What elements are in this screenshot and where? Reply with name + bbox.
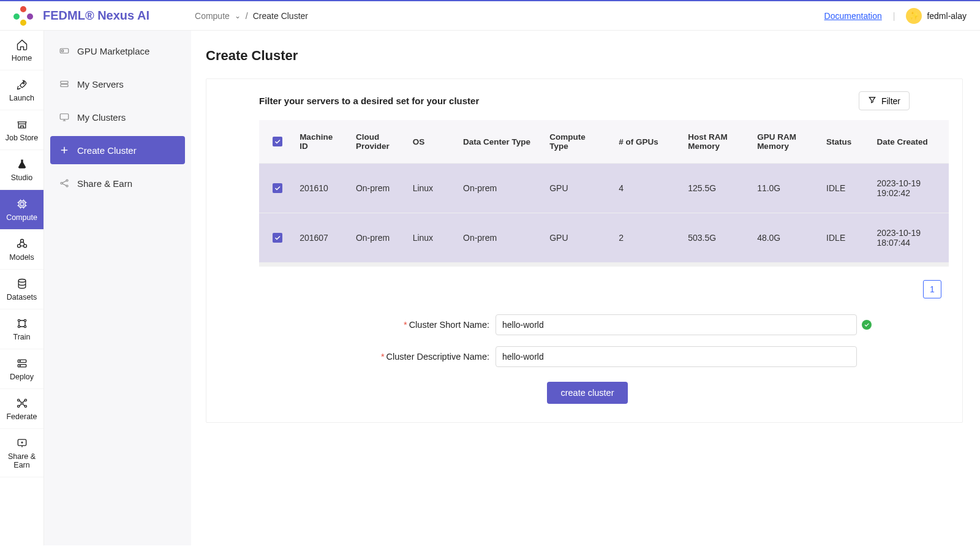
svg-point-10: [24, 325, 26, 327]
cell-cloud-provider: On-prem: [349, 164, 405, 213]
nav-compute[interactable]: Compute: [0, 190, 43, 230]
create-cluster-button[interactable]: create cluster: [547, 382, 627, 404]
card-icon: [59, 45, 70, 56]
database-icon: [15, 277, 29, 290]
header-host-ram: Host RAM Memory: [680, 120, 750, 164]
boxes-icon: [15, 237, 29, 251]
nav-share-earn[interactable]: Share & Earn: [0, 429, 43, 477]
cell-cloud-provider: On-prem: [349, 213, 405, 263]
header-gpus: # of GPUs: [611, 120, 680, 164]
header-bar: FEDML® Nexus AI Compute ⌄ / Create Clust…: [0, 1, 980, 31]
svg-point-8: [24, 319, 26, 321]
label-short-name: *Cluster Short Name:: [318, 320, 489, 330]
store-icon: [15, 118, 29, 131]
brand-logo[interactable]: FEDML® Nexus AI: [13, 6, 149, 26]
svg-point-4: [17, 245, 20, 248]
svg-point-26: [61, 183, 62, 184]
cell-machine-id: 201607: [292, 213, 349, 263]
nav-job-store[interactable]: Job Store: [0, 110, 43, 150]
servers-table: Machine ID Cloud Provider OS Data Center…: [259, 120, 949, 263]
divider-icon: |: [893, 11, 895, 21]
nav-home[interactable]: Home: [0, 31, 43, 70]
documentation-link[interactable]: Documentation: [824, 11, 882, 21]
cell-compute-type: GPU: [542, 213, 611, 263]
svg-point-9: [18, 325, 20, 327]
nav-train[interactable]: Train: [0, 309, 43, 349]
header-status: Status: [819, 120, 869, 164]
breadcrumb-root[interactable]: Compute: [195, 11, 230, 21]
breadcrumb-current: Create Cluster: [253, 11, 308, 21]
svg-rect-25: [60, 114, 69, 119]
subnav-share-earn[interactable]: Share & Earn: [50, 169, 185, 197]
svg-point-18: [17, 405, 19, 407]
network-icon: [15, 396, 29, 410]
page-title: Create Cluster: [206, 48, 963, 64]
server-icon: [59, 78, 70, 89]
share-small-icon: [59, 178, 70, 189]
cell-gpu-ram: 11.0G: [750, 164, 819, 213]
cell-host-ram: 503.5G: [680, 213, 750, 263]
cell-date: 2023-10-19 19:02:42: [869, 164, 949, 213]
cell-gpus: 2: [611, 213, 680, 263]
cell-gpus: 4: [611, 164, 680, 213]
nav-datasets[interactable]: Datasets: [0, 270, 43, 309]
cell-status: IDLE: [819, 213, 869, 263]
cell-status: IDLE: [819, 164, 869, 213]
header-select-all[interactable]: [259, 120, 292, 164]
rocket-icon: [15, 78, 29, 91]
brand-name: FEDML® Nexus AI: [43, 9, 149, 23]
graph-icon: [15, 317, 29, 330]
checkbox-checked-icon: [273, 137, 282, 146]
svg-rect-2: [20, 203, 23, 206]
svg-point-27: [66, 180, 68, 181]
nav-deploy[interactable]: Deploy: [0, 349, 43, 389]
breadcrumb: Compute ⌄ / Create Cluster: [195, 11, 308, 21]
svg-point-6: [18, 279, 26, 282]
cluster-card: Filter your servers to a desired set for…: [206, 78, 963, 423]
svg-rect-1: [19, 201, 25, 207]
cell-host-ram: 125.5G: [680, 164, 750, 213]
svg-point-7: [18, 319, 20, 321]
breadcrumb-sep: /: [246, 11, 248, 21]
table-row[interactable]: 201607 On-prem Linux On-prem GPU 2 503.5…: [259, 213, 949, 263]
secondary-nav: GPU Marketplace My Servers My Clusters C…: [44, 31, 191, 545]
subnav-my-servers[interactable]: My Servers: [50, 70, 185, 98]
cell-gpu-ram: 48.0G: [750, 213, 819, 263]
header-dc-type: Data Center Type: [456, 120, 542, 164]
cell-compute-type: GPU: [542, 164, 611, 213]
header-cloud-provider: Cloud Provider: [349, 120, 405, 164]
nav-models[interactable]: Models: [0, 230, 43, 270]
svg-point-17: [24, 399, 26, 401]
plus-icon: [59, 145, 70, 156]
cell-dc-type: On-prem: [456, 164, 542, 213]
servers-icon: [15, 357, 29, 370]
label-desc-name: *Cluster Descriptive Name:: [318, 352, 489, 362]
svg-rect-24: [61, 85, 68, 87]
home-icon: [15, 38, 29, 51]
filter-icon: [868, 96, 876, 106]
header-compute-type: Compute Type: [542, 120, 611, 164]
nav-launch[interactable]: Launch: [0, 70, 43, 110]
page-1[interactable]: 1: [923, 280, 941, 298]
user-menu[interactable]: ✨ fedml-alay: [906, 8, 967, 24]
servers-table-wrap[interactable]: Machine ID Cloud Provider OS Data Center…: [259, 120, 949, 267]
filter-button[interactable]: Filter: [859, 91, 910, 110]
nav-federate[interactable]: Federate: [0, 389, 43, 429]
svg-rect-23: [61, 82, 68, 84]
subnav-create-cluster[interactable]: Create Cluster: [50, 136, 185, 164]
svg-point-14: [20, 365, 20, 366]
monitor-icon: [59, 112, 70, 123]
checkbox-checked-icon[interactable]: [273, 233, 282, 243]
cell-date: 2023-10-19 18:07:44: [869, 213, 949, 263]
subnav-my-clusters[interactable]: My Clusters: [50, 103, 185, 131]
checkbox-checked-icon[interactable]: [273, 183, 282, 193]
input-desc-name[interactable]: [496, 346, 857, 367]
table-row[interactable]: 201610 On-prem Linux On-prem GPU 4 125.5…: [259, 164, 949, 213]
nav-studio[interactable]: Studio: [0, 150, 43, 190]
flask-icon: [15, 157, 29, 171]
cell-machine-id: 201610: [292, 164, 349, 213]
chevron-down-icon[interactable]: ⌄: [235, 12, 241, 20]
subnav-gpu-marketplace[interactable]: GPU Marketplace: [50, 37, 185, 65]
input-short-name[interactable]: [496, 314, 857, 335]
svg-point-0: [23, 82, 24, 84]
